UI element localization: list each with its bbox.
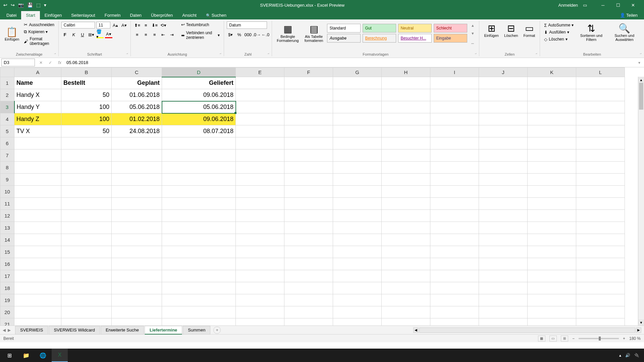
cell-E5[interactable] [236,125,284,137]
share-button[interactable]: 👤 Teilen [615,11,642,19]
cell-F3[interactable] [284,101,333,113]
cell-I1[interactable] [430,77,479,89]
row-header-11[interactable]: 11 [0,198,14,210]
column-header-J[interactable]: J [479,68,528,77]
style-neutral[interactable]: Neutral [398,24,432,33]
cell-F14[interactable] [284,234,333,246]
cell-B16[interactable] [61,258,112,270]
cell-D2[interactable]: 09.06.2018 [162,89,236,101]
find-select-button[interactable]: 🔍Suchen und Auswählen [607,21,641,43]
styles-down-icon[interactable]: ▾ [469,29,476,37]
cell-H20[interactable] [382,306,430,318]
scroll-up-icon[interactable]: ▲ [638,77,644,83]
zoom-out-button[interactable]: − [572,336,575,341]
column-header-C[interactable]: C [112,68,162,77]
sheet-nav-prev-icon[interactable]: ◀ [3,328,6,333]
cell-C3[interactable]: 05.06.2018 [112,101,162,113]
cell-E12[interactable] [236,210,284,222]
cell-H6[interactable] [382,137,430,149]
cell-C1[interactable]: Geplant [112,77,162,89]
cell-A7[interactable] [14,149,61,162]
cell-G5[interactable] [333,125,382,137]
cell-J18[interactable] [479,282,528,294]
cell-A18[interactable] [14,282,61,294]
tab-seitenlayout[interactable]: Seitenlayout [66,11,100,19]
row-header-16[interactable]: 16 [0,258,14,270]
cell-E21[interactable] [236,318,284,326]
cell-J20[interactable] [479,306,528,318]
cell-F20[interactable] [284,306,333,318]
view-normal-button[interactable]: ▦ [538,336,545,342]
cell-B19[interactable] [61,294,112,306]
cell-K20[interactable] [528,306,576,318]
styles-up-icon[interactable]: ▴ [469,21,476,29]
cell-I18[interactable] [430,282,479,294]
format-painter-button[interactable]: 🖌Format übertragen [22,36,55,47]
ribbon-display-icon[interactable]: ▭ [583,3,587,8]
cell-C15[interactable] [112,246,162,258]
cell-L7[interactable] [576,149,625,162]
cell-D4[interactable]: 09.06.2018 [162,113,236,125]
column-header-G[interactable]: G [333,68,382,77]
indent-increase-button[interactable]: ⇥ [168,31,176,38]
cell-B2[interactable]: 50 [61,89,112,101]
cell-J10[interactable] [479,186,528,198]
cell-J5[interactable] [479,125,528,137]
cell-A15[interactable] [14,246,61,258]
font-color-button[interactable]: A▾ [105,31,112,38]
delete-cells-button[interactable]: ⊟Löschen [502,21,520,39]
cell-D19[interactable] [162,294,236,306]
cell-A12[interactable] [14,210,61,222]
cell-H16[interactable] [382,258,430,270]
cell-D7[interactable] [162,149,236,162]
decrease-decimal-button[interactable]: ←.0 [262,31,269,38]
cell-C12[interactable] [112,210,162,222]
cell-E18[interactable] [236,282,284,294]
cell-E3[interactable] [236,101,284,113]
currency-button[interactable]: $▾ [227,31,234,38]
tab-einfuegen[interactable]: Einfügen [40,11,66,19]
cell-A20[interactable] [14,306,61,318]
cell-C19[interactable] [112,294,162,306]
taskbar-edge-icon[interactable]: 🌐 [35,349,51,362]
cell-K19[interactable] [528,294,576,306]
tab-start[interactable]: Start [21,11,40,19]
row-header-18[interactable]: 18 [0,282,14,294]
number-format-select[interactable]: Datum [227,21,267,29]
cell-I11[interactable] [430,198,479,210]
hscroll-left-icon[interactable]: ◀ [413,327,419,333]
underline-button[interactable]: U [79,31,86,38]
cancel-formula-icon[interactable]: ✕ [36,60,46,65]
row-header-14[interactable]: 14 [0,234,14,246]
cell-F15[interactable] [284,246,333,258]
border-button[interactable]: ⊞▾ [88,31,95,38]
cell-D15[interactable] [162,246,236,258]
zoom-level[interactable]: 180 % [629,336,641,341]
cell-J4[interactable] [479,113,528,125]
style-eingabe[interactable]: Eingabe [434,34,467,43]
cell-K21[interactable] [528,318,576,326]
decrease-font-button[interactable]: A▾ [120,21,128,29]
cell-C18[interactable] [112,282,162,294]
cell-J19[interactable] [479,294,528,306]
cell-H2[interactable] [382,89,430,101]
cell-B15[interactable] [61,246,112,258]
row-header-3[interactable]: 3 [0,101,14,113]
cell-I5[interactable] [430,125,479,137]
format-cells-button[interactable]: ▭Format [521,21,537,39]
style-schlecht[interactable]: Schlecht [434,24,467,33]
cell-L11[interactable] [576,198,625,210]
cell-K6[interactable] [528,137,576,149]
spreadsheet-grid[interactable]: ABCDEFGHIJKL1NameBestelltGeplantGeliefer… [0,67,625,325]
view-page-break-button[interactable]: ⊞ [561,336,568,342]
cell-K18[interactable] [528,282,576,294]
cell-E4[interactable] [236,113,284,125]
hscroll-track[interactable] [419,327,635,333]
cell-I6[interactable] [430,137,479,149]
cell-J8[interactable] [479,162,528,174]
cell-C21[interactable] [112,318,162,326]
cell-B13[interactable] [61,222,112,234]
cell-F21[interactable] [284,318,333,326]
cell-H9[interactable] [382,174,430,186]
cell-C8[interactable] [112,162,162,174]
